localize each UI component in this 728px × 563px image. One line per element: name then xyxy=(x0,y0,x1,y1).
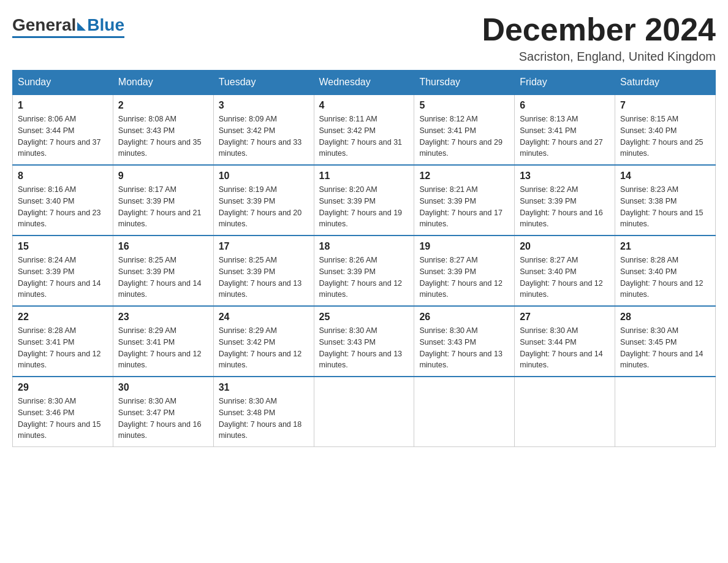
day-number: 5 xyxy=(419,100,509,111)
calendar-day-26: 26Sunrise: 8:30 AMSunset: 3:43 PMDayligh… xyxy=(414,306,515,377)
day-info: Sunrise: 8:20 AMSunset: 3:39 PMDaylight:… xyxy=(319,184,409,230)
day-info: Sunrise: 8:11 AMSunset: 3:42 PMDaylight:… xyxy=(319,113,409,159)
day-info: Sunrise: 8:15 AMSunset: 3:40 PMDaylight:… xyxy=(620,113,710,159)
empty-cell xyxy=(515,377,615,447)
day-info: Sunrise: 8:30 AMSunset: 3:48 PMDaylight:… xyxy=(219,396,309,442)
day-number: 1 xyxy=(18,100,108,111)
day-info: Sunrise: 8:30 AMSunset: 3:46 PMDaylight:… xyxy=(18,396,108,442)
weekday-header-friday: Friday xyxy=(515,71,615,95)
day-info: Sunrise: 8:25 AMSunset: 3:39 PMDaylight:… xyxy=(219,255,309,301)
day-info: Sunrise: 8:30 AMSunset: 3:45 PMDaylight:… xyxy=(620,325,710,371)
day-number: 8 xyxy=(18,170,108,182)
calendar-day-9: 9Sunrise: 8:17 AMSunset: 3:39 PMDaylight… xyxy=(113,165,213,236)
day-info: Sunrise: 8:24 AMSunset: 3:39 PMDaylight:… xyxy=(18,255,108,301)
day-number: 15 xyxy=(18,241,108,252)
day-info: Sunrise: 8:30 AMSunset: 3:47 PMDaylight:… xyxy=(118,396,208,442)
logo-underline xyxy=(12,36,124,38)
day-number: 4 xyxy=(319,100,409,111)
day-info: Sunrise: 8:19 AMSunset: 3:39 PMDaylight:… xyxy=(219,184,309,230)
week-row-3: 15Sunrise: 8:24 AMSunset: 3:39 PMDayligh… xyxy=(13,236,716,306)
day-info: Sunrise: 8:29 AMSunset: 3:41 PMDaylight:… xyxy=(118,325,208,371)
week-row-2: 8Sunrise: 8:16 AMSunset: 3:40 PMDaylight… xyxy=(13,165,716,236)
calendar-day-12: 12Sunrise: 8:21 AMSunset: 3:39 PMDayligh… xyxy=(414,165,515,236)
day-number: 16 xyxy=(118,241,208,252)
calendar-day-16: 16Sunrise: 8:25 AMSunset: 3:39 PMDayligh… xyxy=(113,236,213,306)
day-info: Sunrise: 8:30 AMSunset: 3:44 PMDaylight:… xyxy=(520,325,610,371)
calendar-day-5: 5Sunrise: 8:12 AMSunset: 3:41 PMDaylight… xyxy=(414,94,515,165)
day-number: 23 xyxy=(118,312,208,323)
day-info: Sunrise: 8:30 AMSunset: 3:43 PMDaylight:… xyxy=(319,325,409,371)
calendar-header-row: SundayMondayTuesdayWednesdayThursdayFrid… xyxy=(13,71,716,95)
logo-general-text: General xyxy=(12,15,76,35)
calendar-day-24: 24Sunrise: 8:29 AMSunset: 3:42 PMDayligh… xyxy=(213,306,314,377)
day-info: Sunrise: 8:12 AMSunset: 3:41 PMDaylight:… xyxy=(419,113,509,159)
weekday-header-monday: Monday xyxy=(113,71,213,95)
calendar-day-22: 22Sunrise: 8:28 AMSunset: 3:41 PMDayligh… xyxy=(13,306,113,377)
calendar-day-1: 1Sunrise: 8:06 AMSunset: 3:44 PMDaylight… xyxy=(13,94,113,165)
calendar-day-3: 3Sunrise: 8:09 AMSunset: 3:42 PMDaylight… xyxy=(213,94,314,165)
day-number: 3 xyxy=(219,100,309,111)
day-info: Sunrise: 8:22 AMSunset: 3:39 PMDaylight:… xyxy=(520,184,610,230)
day-number: 11 xyxy=(319,170,409,182)
day-info: Sunrise: 8:27 AMSunset: 3:39 PMDaylight:… xyxy=(419,255,509,301)
day-number: 9 xyxy=(118,170,208,182)
day-info: Sunrise: 8:08 AMSunset: 3:43 PMDaylight:… xyxy=(118,113,208,159)
calendar-day-30: 30Sunrise: 8:30 AMSunset: 3:47 PMDayligh… xyxy=(113,377,213,447)
week-row-4: 22Sunrise: 8:28 AMSunset: 3:41 PMDayligh… xyxy=(13,306,716,377)
calendar-day-20: 20Sunrise: 8:27 AMSunset: 3:40 PMDayligh… xyxy=(515,236,615,306)
calendar-day-15: 15Sunrise: 8:24 AMSunset: 3:39 PMDayligh… xyxy=(13,236,113,306)
location-subtitle: Sacriston, England, United Kingdom xyxy=(482,50,716,64)
calendar-day-27: 27Sunrise: 8:30 AMSunset: 3:44 PMDayligh… xyxy=(515,306,615,377)
calendar-day-25: 25Sunrise: 8:30 AMSunset: 3:43 PMDayligh… xyxy=(314,306,414,377)
calendar-day-28: 28Sunrise: 8:30 AMSunset: 3:45 PMDayligh… xyxy=(615,306,716,377)
day-number: 10 xyxy=(219,170,309,182)
day-number: 20 xyxy=(520,241,610,252)
day-number: 7 xyxy=(620,100,710,111)
day-info: Sunrise: 8:25 AMSunset: 3:39 PMDaylight:… xyxy=(118,255,208,301)
day-number: 30 xyxy=(118,382,208,393)
calendar-day-14: 14Sunrise: 8:23 AMSunset: 3:38 PMDayligh… xyxy=(615,165,716,236)
day-number: 25 xyxy=(319,312,409,323)
day-number: 31 xyxy=(219,382,309,393)
weekday-header-tuesday: Tuesday xyxy=(213,71,314,95)
logo: General Blue xyxy=(12,12,124,38)
day-info: Sunrise: 8:26 AMSunset: 3:39 PMDaylight:… xyxy=(319,255,409,301)
day-info: Sunrise: 8:23 AMSunset: 3:38 PMDaylight:… xyxy=(620,184,710,230)
calendar-day-10: 10Sunrise: 8:19 AMSunset: 3:39 PMDayligh… xyxy=(213,165,314,236)
day-info: Sunrise: 8:17 AMSunset: 3:39 PMDaylight:… xyxy=(118,184,208,230)
weekday-header-sunday: Sunday xyxy=(13,71,113,95)
logo-blue-text: Blue xyxy=(87,15,124,35)
day-info: Sunrise: 8:30 AMSunset: 3:43 PMDaylight:… xyxy=(419,325,509,371)
page-header: General Blue December 2024 Sacriston, En… xyxy=(12,12,716,64)
day-number: 18 xyxy=(319,241,409,252)
day-number: 13 xyxy=(520,170,610,182)
calendar-day-7: 7Sunrise: 8:15 AMSunset: 3:40 PMDaylight… xyxy=(615,94,716,165)
day-number: 24 xyxy=(219,312,309,323)
day-number: 14 xyxy=(620,170,710,182)
day-info: Sunrise: 8:16 AMSunset: 3:40 PMDaylight:… xyxy=(18,184,108,230)
calendar-day-29: 29Sunrise: 8:30 AMSunset: 3:46 PMDayligh… xyxy=(13,377,113,447)
empty-cell xyxy=(615,377,716,447)
day-info: Sunrise: 8:28 AMSunset: 3:41 PMDaylight:… xyxy=(18,325,108,371)
day-number: 21 xyxy=(620,241,710,252)
calendar-day-17: 17Sunrise: 8:25 AMSunset: 3:39 PMDayligh… xyxy=(213,236,314,306)
empty-cell xyxy=(414,377,515,447)
day-number: 29 xyxy=(18,382,108,393)
calendar-day-4: 4Sunrise: 8:11 AMSunset: 3:42 PMDaylight… xyxy=(314,94,414,165)
day-info: Sunrise: 8:13 AMSunset: 3:41 PMDaylight:… xyxy=(520,113,610,159)
calendar-day-18: 18Sunrise: 8:26 AMSunset: 3:39 PMDayligh… xyxy=(314,236,414,306)
week-row-5: 29Sunrise: 8:30 AMSunset: 3:46 PMDayligh… xyxy=(13,377,716,447)
month-title: December 2024 xyxy=(482,12,716,47)
calendar-day-6: 6Sunrise: 8:13 AMSunset: 3:41 PMDaylight… xyxy=(515,94,615,165)
calendar-day-31: 31Sunrise: 8:30 AMSunset: 3:48 PMDayligh… xyxy=(213,377,314,447)
day-number: 26 xyxy=(419,312,509,323)
calendar-day-19: 19Sunrise: 8:27 AMSunset: 3:39 PMDayligh… xyxy=(414,236,515,306)
weekday-header-thursday: Thursday xyxy=(414,71,515,95)
day-info: Sunrise: 8:29 AMSunset: 3:42 PMDaylight:… xyxy=(219,325,309,371)
calendar-day-8: 8Sunrise: 8:16 AMSunset: 3:40 PMDaylight… xyxy=(13,165,113,236)
day-number: 12 xyxy=(419,170,509,182)
day-number: 17 xyxy=(219,241,309,252)
day-info: Sunrise: 8:09 AMSunset: 3:42 PMDaylight:… xyxy=(219,113,309,159)
day-info: Sunrise: 8:06 AMSunset: 3:44 PMDaylight:… xyxy=(18,113,108,159)
day-number: 22 xyxy=(18,312,108,323)
